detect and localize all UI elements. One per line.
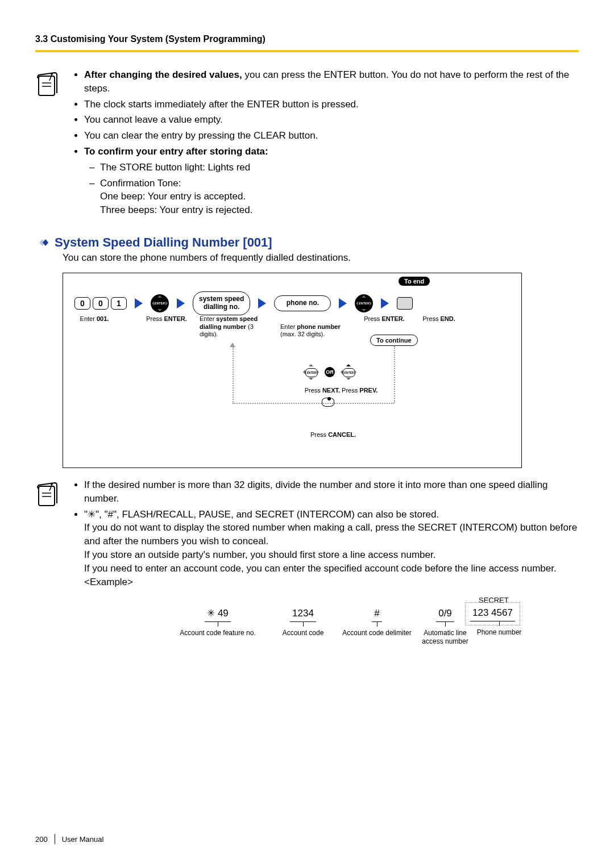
arrow-icon xyxy=(339,298,347,308)
pill-to-continue: To continue xyxy=(370,335,418,346)
svg-point-10 xyxy=(51,483,53,485)
end-button-icon xyxy=(397,297,413,310)
pill-to-end: To end xyxy=(399,277,430,286)
enter-joystick-icon: ENTER xyxy=(355,294,373,312)
entry-001: 0 0 1 xyxy=(74,297,127,310)
page-number: 200 xyxy=(35,835,48,844)
svg-marker-6 xyxy=(43,239,48,246)
footer-label: User Manual xyxy=(62,835,104,844)
footer: 200 User Manual xyxy=(35,834,103,844)
svg-point-3 xyxy=(51,73,53,75)
next-joystick-icon: ENTER xyxy=(339,363,358,381)
arrow-icon xyxy=(258,298,266,308)
feature-description: You can store the phone numbers of frequ… xyxy=(35,252,579,264)
example-row: SECRET ✳ 49 Account code feature no. 123… xyxy=(147,599,579,650)
section-header: 3.3 Customising Your System (System Prog… xyxy=(35,34,579,52)
cancel-dial-icon xyxy=(321,397,334,407)
note-body-1: After changing the desired values, you c… xyxy=(72,68,579,219)
svg-rect-7 xyxy=(39,486,55,506)
prev-joystick-icon: ENTER xyxy=(302,363,320,381)
arrow-icon xyxy=(177,298,185,308)
diamond-bullet-icon xyxy=(35,237,51,248)
arrow-icon xyxy=(135,298,143,308)
note-block-2: If the desired number is more than 32 di… xyxy=(35,478,579,652)
note-block-1: After changing the desired values, you c… xyxy=(35,68,579,219)
enter-joystick-icon: ENTER xyxy=(151,294,169,312)
flow-diagram: To end 0 0 1 ENTER system speed dialling… xyxy=(63,273,522,468)
feature-title: System Speed Dialling Number [001] xyxy=(55,235,272,250)
svg-rect-0 xyxy=(39,76,55,95)
bubble-phone: phone no. xyxy=(274,295,331,311)
note-body-2: If the desired number is more than 32 di… xyxy=(72,478,579,652)
feature-heading: System Speed Dialling Number [001] xyxy=(35,235,579,250)
or-badge: OR xyxy=(325,367,335,377)
bubble-ssd: system speed dialling no. xyxy=(193,291,250,315)
notebook-icon xyxy=(35,478,61,652)
arrow-icon xyxy=(381,298,389,308)
notebook-icon xyxy=(35,68,61,219)
